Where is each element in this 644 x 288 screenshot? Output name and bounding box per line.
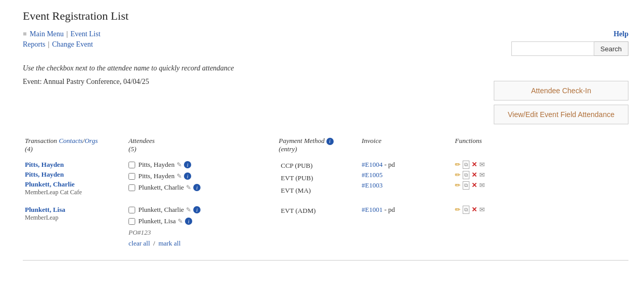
edit-icon-pitts2[interactable]: ✎ [177, 172, 182, 180]
mail-icon-4[interactable]: ✉ [479, 206, 485, 214]
func-row-4: ✏ ⧉ ✕ ✉ [455, 206, 534, 214]
help-link[interactable]: Help [613, 30, 628, 38]
transaction-group-2: Plunkett, Lisa MemberLeap Plunkett, Char… [23, 204, 628, 250]
nav-right: Help Search [511, 30, 628, 56]
attendee-row-1: Pitts, Hayden ✎ i [128, 161, 275, 169]
attendee-row-3: Plunkett, Charlie ✎ i [128, 183, 275, 192]
payment-evt-adm: EVT (ADM) [279, 206, 357, 216]
invoice-e1004-suffix: - pd [384, 161, 395, 168]
nav-row1: ≡ Main Menu | Event List [23, 30, 101, 38]
invoice-e1001[interactable]: #E1001 [362, 206, 382, 213]
transaction-link-plunkett-lisa[interactable]: Plunkett, Lisa [25, 206, 124, 214]
group1-payments: CCP (PUB) EVT (PUB) EVT (MA) [277, 160, 360, 197]
info-icon-pitts2[interactable]: i [184, 172, 191, 180]
group1-functions: ✏ ⧉ ✕ ✉ ✏ ⧉ ✕ ✉ ✏ ⧉ ✕ ✉ [453, 160, 536, 197]
transaction-link-plunkett-charlie[interactable]: Plunkett, Charlie [25, 180, 124, 189]
transaction-group-1: Pitts, Hayden Pitts, Hayden Plunkett, Ch… [23, 159, 628, 198]
invoice-e1001-suffix: - pd [384, 206, 395, 213]
info-icon-pitts1[interactable]: i [184, 161, 191, 168]
delete-icon-3[interactable]: ✕ [471, 181, 477, 190]
col-payment: Payment Method i (entry) [277, 137, 360, 153]
invoice-e1005[interactable]: #E1005 [362, 171, 382, 179]
copy-icon-4[interactable]: ⧉ [463, 206, 469, 214]
nav-sep2: | [48, 40, 50, 49]
search-button[interactable]: Search [594, 41, 628, 56]
attendee-checkbox-plunkett-lisa[interactable] [128, 218, 135, 225]
event-list-link[interactable]: Event List [70, 30, 101, 38]
col-attendees: Attendees (5) [126, 137, 277, 153]
transaction-link-pitts2[interactable]: Pitts, Hayden [25, 170, 124, 179]
pencil-icon-3[interactable]: ✏ [455, 181, 461, 190]
mark-all-link[interactable]: mark all [159, 239, 181, 247]
search-row: Search [511, 41, 628, 56]
attendee-name-pitts1: Pitts, Hayden [138, 161, 175, 169]
column-headers: Transaction Contacts/Orgs (4) Attendees … [23, 137, 628, 153]
attendee-checkin-button[interactable]: Attendee Check-In [494, 81, 628, 100]
attendee-name-pitts2: Pitts, Hayden [138, 172, 175, 180]
view-edit-attendance-button[interactable]: View/Edit Event Field Attendance [494, 105, 628, 124]
col-invoice: Invoice [360, 137, 453, 145]
pencil-icon-1[interactable]: ✏ [455, 161, 461, 169]
top-navigation: ≡ Main Menu | Event List Reports | Chang… [23, 30, 628, 56]
orgs-link[interactable]: Orgs [84, 137, 98, 145]
col-functions: Functions [453, 137, 536, 145]
attendee-row-5: Plunkett, Lisa ✎ i [128, 217, 275, 225]
po-number: PO#123 [128, 228, 275, 237]
delete-icon-4[interactable]: ✕ [471, 206, 477, 214]
info-icon-plunkett-charlie2[interactable]: i [193, 206, 201, 213]
attendee-checkbox-plunkett-charlie2[interactable] [128, 207, 135, 213]
main-menu-link[interactable]: Main Menu [30, 30, 64, 38]
reports-link[interactable]: Reports [23, 40, 46, 49]
mail-icon-1[interactable]: ✉ [479, 161, 485, 169]
bottom-divider [23, 260, 628, 261]
slash-separator: / [153, 239, 157, 247]
instruction-text: Use the checkbox next to the attendee na… [23, 64, 628, 73]
registration-table: Transaction Contacts/Orgs (4) Attendees … [23, 137, 628, 250]
edit-icon-plunkett-lisa[interactable]: ✎ [178, 218, 183, 225]
group1-attendees: Pitts, Hayden ✎ i Pitts, Hayden ✎ i Plun… [126, 160, 277, 197]
copy-icon-2[interactable]: ⧉ [463, 171, 469, 179]
func-row-3: ✏ ⧉ ✕ ✉ [455, 181, 534, 190]
payment-info-icon[interactable]: i [326, 138, 334, 145]
contacts-link[interactable]: Contacts [59, 137, 82, 145]
org-memberleap: MemberLeap [25, 214, 124, 222]
transaction-link-pitts1[interactable]: Pitts, Hayden [25, 161, 124, 169]
group2-functions: ✏ ⧉ ✕ ✉ [453, 205, 536, 249]
search-input[interactable] [511, 41, 594, 56]
nav-row2: Reports | Change Event [23, 40, 101, 49]
copy-icon-3[interactable]: ⧉ [463, 181, 469, 190]
attendee-row-4: Plunkett, Charlie ✎ i [128, 206, 275, 214]
group1-transactions: Pitts, Hayden Pitts, Hayden Plunkett, Ch… [23, 160, 126, 197]
delete-icon-1[interactable]: ✕ [471, 161, 477, 169]
edit-icon-pitts1[interactable]: ✎ [177, 161, 182, 169]
info-icon-plunkett-lisa[interactable]: i [185, 218, 192, 225]
attendee-name-plunkett-charlie1: Plunkett, Charlie [138, 183, 184, 192]
attendee-name-plunkett-lisa: Plunkett, Lisa [138, 217, 176, 225]
nav-left: ≡ Main Menu | Event List Reports | Chang… [23, 30, 101, 49]
nav-sep1: | [66, 30, 68, 38]
pencil-icon-4[interactable]: ✏ [455, 206, 461, 214]
edit-icon-plunkett-charlie1[interactable]: ✎ [186, 184, 191, 192]
hamburger-icon[interactable]: ≡ [23, 30, 26, 38]
attendee-checkbox-pitts1[interactable] [128, 162, 135, 168]
group2-transactions: Plunkett, Lisa MemberLeap [23, 205, 126, 249]
copy-icon-1[interactable]: ⧉ [463, 161, 469, 169]
group2-payments: EVT (ADM) [277, 205, 360, 249]
mail-icon-2[interactable]: ✉ [479, 171, 485, 179]
invoice-e1003[interactable]: #E1003 [362, 181, 382, 189]
org-memberleap-cat-cafe: MemberLeap Cat Cafe [25, 189, 124, 196]
change-event-link[interactable]: Change Event [52, 40, 93, 49]
invoice-e1004[interactable]: #E1004 [362, 161, 382, 168]
info-icon-plunkett-charlie1[interactable]: i [193, 184, 201, 191]
payment-ccp-pub: CCP (PUB) [279, 161, 357, 171]
attendee-checkbox-plunkett-charlie1[interactable] [128, 184, 135, 191]
clear-all-link[interactable]: clear all [128, 239, 150, 247]
group2-invoices: #E1001 - pd [360, 205, 453, 249]
mail-icon-3[interactable]: ✉ [479, 181, 485, 190]
attendee-checkbox-pitts2[interactable] [128, 173, 135, 180]
delete-icon-2[interactable]: ✕ [471, 171, 477, 179]
edit-icon-plunkett-charlie2[interactable]: ✎ [186, 206, 191, 214]
clear-mark-row: clear all / mark all [128, 239, 275, 248]
pencil-icon-2[interactable]: ✏ [455, 171, 461, 179]
attendee-row-2: Pitts, Hayden ✎ i [128, 172, 275, 180]
